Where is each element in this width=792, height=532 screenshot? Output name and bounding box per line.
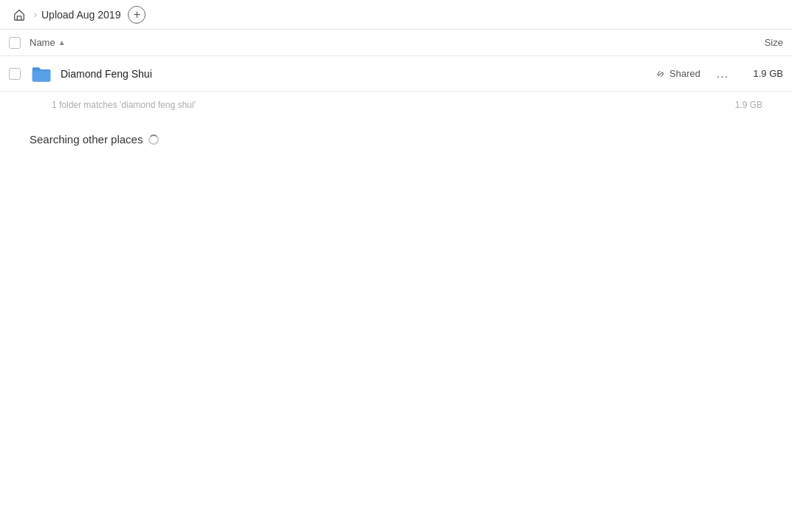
more-options-button[interactable]: ... [712,64,733,84]
breadcrumb-title: Upload Aug 2019 [41,9,120,21]
add-button[interactable]: + [128,6,146,24]
sub-info-size: 1.9 GB [735,100,762,110]
file-size: 1.9 GB [739,68,783,79]
home-button[interactable] [9,4,30,25]
column-headers: Name ▲ Size [0,30,792,56]
select-all-checkbox-col [9,37,30,49]
name-column-header[interactable]: Name ▲ [30,37,724,48]
row-checkbox[interactable] [9,68,30,80]
sort-arrow-icon: ▲ [58,38,66,47]
searching-text: Searching other places [30,133,143,146]
sub-info-text: 1 folder matches 'diamond feng shui' [52,100,735,110]
home-icon [13,8,26,21]
searching-section: Searching other places [0,118,792,160]
link-icon [655,69,666,79]
file-row[interactable]: Diamond Feng Shui Shared ... 1.9 GB [0,56,792,92]
select-all-checkbox[interactable] [9,37,21,49]
shared-label: Shared [655,68,700,79]
size-column-header: Size [724,37,783,48]
folder-icon [30,62,53,86]
loading-spinner [148,134,159,145]
file-name: Diamond Feng Shui [61,68,655,80]
sub-info-row: 1 folder matches 'diamond feng shui' 1.9… [0,92,792,118]
breadcrumb-bar: › Upload Aug 2019 + [0,0,792,30]
breadcrumb-chevron: › [34,10,37,20]
